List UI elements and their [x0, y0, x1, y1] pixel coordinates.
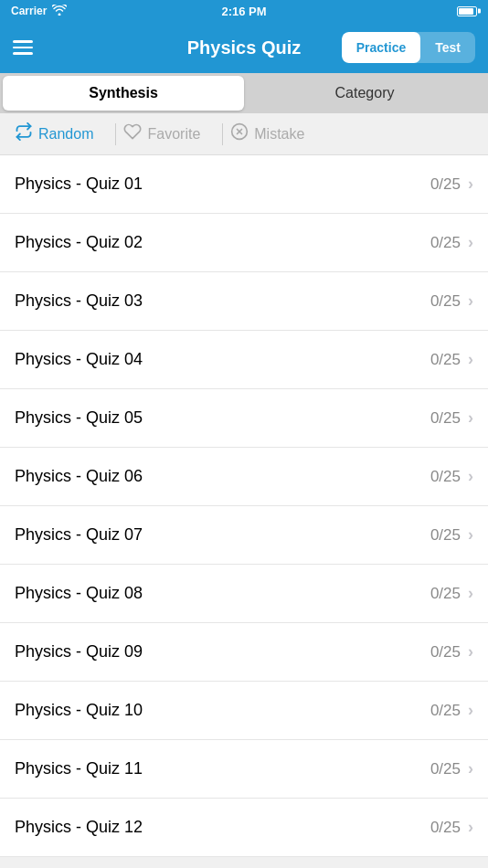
quiz-item-name: Physics - Quiz 08: [15, 584, 143, 603]
quiz-item-score: 0/25: [430, 292, 461, 311]
quiz-item-right: 0/25 ›: [430, 642, 473, 662]
quiz-item-right: 0/25 ›: [430, 759, 473, 778]
quiz-list-item[interactable]: Physics - Quiz 08 0/25 ›: [0, 565, 488, 623]
quiz-item-right: 0/25 ›: [430, 291, 473, 311]
quiz-item-name: Physics - Quiz 12: [15, 818, 143, 837]
quiz-list-item[interactable]: Physics - Quiz 03 0/25 ›: [0, 272, 488, 331]
quiz-item-score: 0/25: [430, 526, 461, 545]
battery-icon: [457, 6, 477, 16]
mistake-label: Mistake: [254, 126, 304, 143]
chevron-right-icon: ›: [468, 350, 473, 369]
quiz-list-item[interactable]: Physics - Quiz 11 0/25 ›: [0, 740, 488, 799]
nav-bar: Physics Quiz Practice Test: [0, 22, 488, 73]
segment-control: Synthesis Category: [0, 73, 488, 113]
filter-row: Random Favorite Mistake: [0, 113, 488, 155]
chevron-right-icon: ›: [468, 233, 473, 252]
status-bar-time: 2:16 PM: [221, 5, 266, 18]
nav-title: Physics Quiz: [187, 37, 302, 58]
quiz-item-name: Physics - Quiz 01: [15, 175, 143, 194]
chevron-right-icon: ›: [468, 408, 473, 428]
status-bar: Carrier 2:16 PM: [0, 0, 488, 22]
synthesis-tab[interactable]: Synthesis: [3, 76, 244, 111]
quiz-item-right: 0/25 ›: [430, 584, 473, 603]
quiz-item-right: 0/25 ›: [430, 818, 473, 837]
status-bar-right: [457, 6, 477, 16]
quiz-item-name: Physics - Quiz 11: [15, 759, 143, 778]
quiz-list-item[interactable]: Physics - Quiz 02 0/25 ›: [0, 214, 488, 272]
favorite-label: Favorite: [147, 126, 200, 143]
quiz-list-item[interactable]: Physics - Quiz 06 0/25 ›: [0, 448, 488, 506]
chevron-right-icon: ›: [468, 818, 473, 837]
chevron-right-icon: ›: [468, 467, 473, 486]
quiz-item-score: 0/25: [430, 760, 461, 778]
chevron-right-icon: ›: [468, 525, 473, 545]
carrier-label: Carrier: [11, 5, 47, 17]
quiz-item-right: 0/25 ›: [430, 467, 473, 486]
quiz-item-right: 0/25 ›: [430, 525, 473, 545]
category-tab[interactable]: Category: [244, 76, 485, 111]
quiz-item-name: Physics - Quiz 05: [15, 408, 143, 428]
chevron-right-icon: ›: [468, 175, 473, 194]
chevron-right-icon: ›: [468, 642, 473, 662]
quiz-list-item[interactable]: Physics - Quiz 04 0/25 ›: [0, 331, 488, 389]
random-icon: [15, 122, 33, 145]
quiz-item-score: 0/25: [430, 585, 461, 603]
quiz-item-score: 0/25: [430, 702, 461, 720]
practice-toggle-btn[interactable]: Practice: [342, 32, 420, 63]
quiz-item-name: Physics - Quiz 10: [15, 701, 143, 720]
quiz-item-name: Physics - Quiz 03: [15, 291, 143, 311]
chevron-right-icon: ›: [468, 291, 473, 311]
quiz-item-score: 0/25: [430, 351, 461, 369]
quiz-item-score: 0/25: [430, 468, 461, 486]
quiz-item-score: 0/25: [430, 819, 461, 837]
quiz-list-item[interactable]: Physics - Quiz 10 0/25 ›: [0, 682, 488, 740]
quiz-list-item[interactable]: Physics - Quiz 09 0/25 ›: [0, 623, 488, 682]
quiz-item-right: 0/25 ›: [430, 350, 473, 369]
quiz-list-item[interactable]: Physics - Quiz 12 0/25 ›: [0, 799, 488, 857]
quiz-item-right: 0/25 ›: [430, 408, 473, 428]
quiz-item-right: 0/25 ›: [430, 701, 473, 720]
mode-toggle: Practice Test: [342, 32, 475, 63]
random-filter-btn[interactable]: Random: [15, 122, 108, 145]
quiz-item-score: 0/25: [430, 643, 461, 662]
quiz-list-item[interactable]: Physics - Quiz 01 0/25 ›: [0, 155, 488, 214]
quiz-list: Physics - Quiz 01 0/25 › Physics - Quiz …: [0, 155, 488, 857]
favorite-filter-btn[interactable]: Favorite: [123, 122, 215, 145]
chevron-right-icon: ›: [468, 759, 473, 778]
mistake-icon: [230, 122, 249, 145]
quiz-item-right: 0/25 ›: [430, 175, 473, 194]
mistake-filter-btn[interactable]: Mistake: [230, 122, 319, 145]
test-toggle-btn[interactable]: Test: [420, 32, 475, 63]
quiz-list-item[interactable]: Physics - Quiz 07 0/25 ›: [0, 506, 488, 565]
quiz-item-name: Physics - Quiz 06: [15, 467, 143, 486]
quiz-item-score: 0/25: [430, 175, 461, 194]
filter-divider-1: [115, 123, 116, 145]
chevron-right-icon: ›: [468, 584, 473, 603]
quiz-item-name: Physics - Quiz 07: [15, 525, 143, 545]
wifi-icon: [52, 5, 67, 18]
quiz-item-name: Physics - Quiz 04: [15, 350, 143, 369]
quiz-item-score: 0/25: [430, 234, 461, 252]
status-bar-left: Carrier: [11, 5, 67, 18]
quiz-item-name: Physics - Quiz 02: [15, 233, 143, 252]
favorite-icon: [123, 122, 142, 145]
quiz-list-item[interactable]: Physics - Quiz 05 0/25 ›: [0, 389, 488, 448]
random-label: Random: [38, 126, 93, 143]
filter-divider-2: [222, 123, 223, 145]
quiz-item-right: 0/25 ›: [430, 233, 473, 252]
quiz-item-name: Physics - Quiz 09: [15, 642, 143, 662]
chevron-right-icon: ›: [468, 701, 473, 720]
quiz-item-score: 0/25: [430, 409, 461, 428]
menu-button[interactable]: [13, 40, 33, 55]
